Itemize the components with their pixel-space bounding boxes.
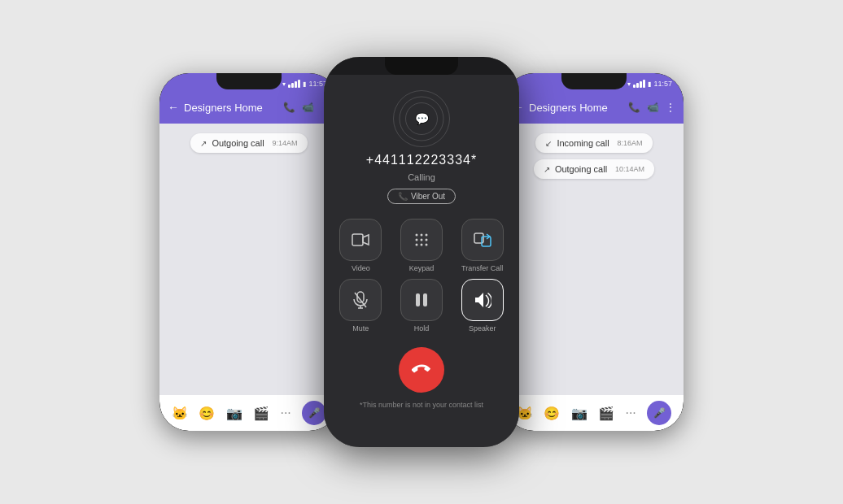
keypad-btn-label: Keypad	[409, 264, 435, 272]
right-menu-icon[interactable]: ⋮	[666, 102, 675, 113]
right-incoming-label: Incoming call	[557, 138, 609, 148]
viber-out-label: Viber Out	[411, 192, 445, 201]
svg-rect-16	[416, 293, 420, 306]
phone-icon[interactable]: 📞	[283, 102, 295, 113]
video-attach-icon[interactable]: 🎬	[253, 406, 269, 421]
keypad-call-btn[interactable]: Keypad	[395, 219, 449, 272]
bar1	[288, 85, 290, 88]
right-app-bar: ← Designers Home 📞 📹 ⋮	[504, 91, 684, 124]
mic-button[interactable]: 🎤	[302, 401, 326, 425]
mic-icon: 🎤	[308, 407, 321, 419]
video-call-btn[interactable]: Video	[334, 219, 388, 272]
svg-point-6	[425, 239, 427, 241]
chat-bubble-icon: 💬	[415, 112, 429, 125]
mute-call-btn[interactable]: Mute	[334, 279, 388, 332]
center-screen: 💬 +441112223334* Calling 📞 Viber Out	[324, 57, 519, 447]
hold-btn-label: Hold	[414, 324, 430, 332]
bar3	[295, 81, 297, 88]
keypad-btn-icon	[400, 219, 443, 261]
svg-point-8	[420, 244, 422, 246]
right-video-icon[interactable]: 📹	[647, 102, 659, 113]
contact-note: *This number is not in your contact list	[360, 401, 483, 409]
right-outgoing-call-bubble: ↗ Outgoing call 10:14AM	[534, 159, 654, 179]
right-notch	[561, 73, 627, 89]
right-battery-icon: ▮	[648, 80, 651, 88]
right-chat-area: ↙ Incoming call 8:16AM ↗ Outgoing call 1…	[504, 124, 684, 395]
emoji-icon[interactable]: 😊	[199, 406, 215, 421]
left-chat-area: ↗ Outgoing call 9:14AM	[159, 124, 339, 395]
right-incoming-time: 8:16AM	[618, 139, 643, 147]
svg-rect-0	[352, 234, 363, 245]
transfer-btn-label: Transfer Call	[461, 264, 503, 272]
right-phone: ▾ ▮ 11:57 ← Designers Home 📞 📹 ⋮	[504, 73, 684, 431]
signal-bars	[288, 80, 300, 88]
mute-btn-label: Mute	[352, 324, 369, 332]
right-time: 11:57	[653, 80, 672, 88]
svg-point-5	[420, 239, 422, 241]
right-wifi-icon: ▾	[627, 80, 631, 88]
cat-icon[interactable]: 🐱	[172, 406, 188, 421]
hold-call-btn[interactable]: Hold	[395, 279, 449, 332]
end-call-button[interactable]	[399, 347, 444, 393]
center-phone: 💬 +441112223334* Calling 📞 Viber Out	[324, 57, 519, 447]
right-outgoing-time: 10:14AM	[615, 165, 644, 173]
wave-rings: 💬	[397, 94, 446, 143]
left-back-button[interactable]: ←	[168, 101, 179, 114]
svg-point-1	[415, 234, 417, 237]
bar2	[291, 83, 294, 88]
center-notch	[385, 57, 458, 75]
right-video-attach-icon[interactable]: 🎬	[598, 406, 614, 421]
svg-point-3	[425, 234, 427, 237]
svg-rect-17	[423, 293, 427, 306]
right-camera-icon[interactable]: 📷	[571, 406, 587, 421]
right-app-icons: 📞 📹 ⋮	[628, 102, 675, 113]
right-app-title: Designers Home	[529, 102, 623, 114]
left-outgoing-call-bubble: ↗ Outgoing call 9:14AM	[190, 133, 307, 153]
left-screen: ▾ ▮ 11:57 ← Designers Home 📞 📹 ⋮	[159, 73, 339, 431]
calling-number: +441112223334*	[366, 153, 477, 167]
transfer-call-btn[interactable]: Transfer Call	[455, 219, 509, 272]
svg-point-9	[425, 244, 427, 246]
outgoing-arrow-icon: ↗	[200, 139, 207, 148]
right-bottom-bar: 🐱 😊 📷 🎬 ··· 🎤	[504, 395, 684, 431]
calling-label: Calling	[408, 172, 435, 182]
speaker-call-btn[interactable]: Speaker	[455, 279, 509, 332]
r-bar4	[643, 80, 645, 88]
svg-point-7	[415, 244, 417, 246]
r-bar1	[633, 85, 636, 88]
svg-point-2	[420, 234, 422, 237]
speaker-btn-icon	[461, 279, 504, 321]
r-bar2	[636, 83, 639, 88]
left-notch	[216, 73, 282, 89]
right-phone-icon[interactable]: 📞	[628, 102, 640, 113]
right-emoji-icon[interactable]: 😊	[544, 406, 560, 421]
right-status-icons: ▾ ▮ 11:57	[627, 80, 672, 88]
viber-out-button[interactable]: 📞 Viber Out	[387, 189, 456, 204]
left-app-title: Designers Home	[184, 102, 278, 114]
video-btn-icon	[339, 219, 382, 261]
right-outgoing-label: Outgoing call	[555, 164, 607, 174]
right-incoming-call-bubble: ↙ Incoming call 8:16AM	[535, 133, 652, 153]
video-icon[interactable]: 📹	[302, 102, 314, 113]
video-btn-label: Video	[352, 264, 370, 272]
left-call-label: Outgoing call	[212, 138, 264, 148]
right-mic-button[interactable]: 🎤	[647, 401, 671, 425]
camera-icon[interactable]: 📷	[226, 406, 242, 421]
transfer-btn-icon	[461, 219, 504, 261]
battery-icon: ▮	[303, 80, 306, 88]
calling-screen: 💬 +441112223334* Calling 📞 Viber Out	[324, 75, 519, 447]
end-call-icon	[412, 360, 431, 380]
mute-btn-icon	[339, 279, 382, 321]
left-app-bar: ← Designers Home 📞 📹 ⋮	[159, 91, 339, 124]
right-signal-bars	[633, 80, 645, 88]
left-call-time: 9:14AM	[273, 139, 298, 147]
right-outgoing-arrow-icon: ↗	[544, 165, 550, 174]
bar4	[298, 80, 300, 88]
more-icon[interactable]: ···	[280, 406, 290, 420]
right-more-icon[interactable]: ···	[625, 406, 636, 420]
r-bar3	[640, 81, 642, 88]
wifi-icon: ▾	[282, 80, 286, 88]
left-phone: ▾ ▮ 11:57 ← Designers Home 📞 📹 ⋮	[159, 73, 339, 431]
right-screen: ▾ ▮ 11:57 ← Designers Home 📞 📹 ⋮	[504, 73, 684, 431]
left-status-icons: ▾ ▮ 11:57	[282, 80, 327, 88]
